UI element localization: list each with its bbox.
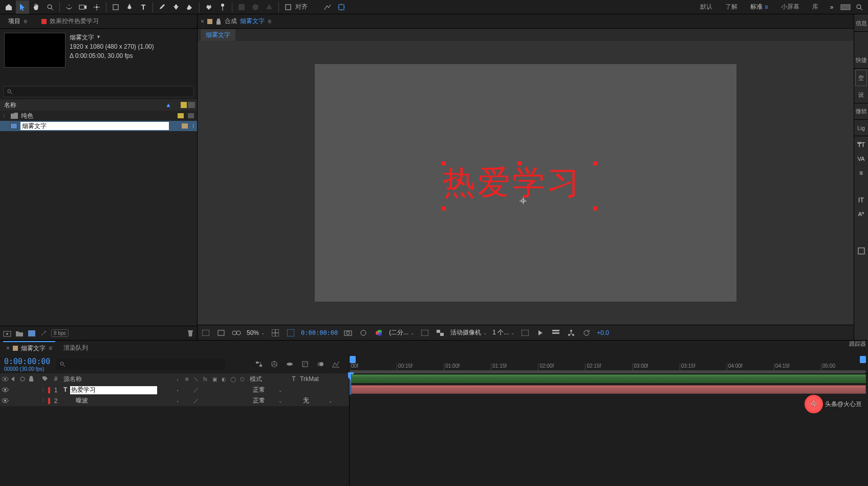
workspace-small[interactable]: 小屏幕: [775, 1, 806, 14]
trkmat-dropdown[interactable]: 无⌄: [300, 395, 336, 406]
char-panel-icon[interactable]: ₸T: [855, 138, 867, 151]
project-search[interactable]: [3, 86, 194, 97]
transparency-grid-icon[interactable]: [435, 328, 445, 338]
pen-tool-icon[interactable]: [123, 1, 136, 14]
blend-mode-dropdown[interactable]: 正常⌄: [250, 395, 286, 406]
flowchart-icon[interactable]: [566, 328, 576, 338]
interpret-footage-icon[interactable]: [3, 330, 11, 337]
more-workspaces-icon[interactable]: »: [825, 1, 838, 14]
fast-previews-icon[interactable]: [535, 328, 546, 338]
zoom-tool-icon[interactable]: [44, 1, 57, 14]
audio-col-icon[interactable]: [10, 375, 18, 383]
work-area-start-handle[interactable]: [350, 356, 356, 363]
trash-icon[interactable]: [187, 329, 194, 337]
trkmat-col[interactable]: TrkMat: [300, 375, 331, 383]
draft3d-toggle-icon[interactable]: [269, 359, 279, 369]
pixel-aspect-icon[interactable]: [520, 328, 530, 338]
mask-mode2-icon[interactable]: [249, 1, 262, 14]
always-preview-icon[interactable]: [201, 328, 211, 338]
timeline-layer-row[interactable]: 〉 1 T ⬩／ 正常⌄: [0, 385, 349, 395]
type-tool-icon[interactable]: T: [137, 1, 150, 14]
search-app-icon[interactable]: [853, 1, 866, 14]
baseline-icon[interactable]: Aª: [855, 208, 867, 220]
selection-tool-icon[interactable]: [16, 1, 29, 14]
quick-panel-tab[interactable]: 快捷: [854, 52, 868, 69]
frame-blend-icon[interactable]: [300, 359, 310, 369]
type-column-icon[interactable]: [188, 102, 195, 108]
close-comp-tab-icon[interactable]: ×: [201, 18, 204, 25]
timeline-current-time[interactable]: 0:00:00:00: [4, 357, 50, 366]
timeline-layer-row[interactable]: 〉 2 噪波 ⬩／ 正常⌄ 无⌄: [0, 395, 349, 406]
eraser-tool-icon[interactable]: [183, 1, 197, 14]
workspace-standard[interactable]: 标准≡: [744, 1, 774, 14]
visibility-toggle[interactable]: [1, 386, 9, 394]
mask-mode-icon[interactable]: [235, 1, 248, 14]
t-col[interactable]: T: [288, 375, 300, 383]
composition-canvas[interactable]: 热爱学习: [315, 64, 736, 302]
breadcrumb-item[interactable]: 烟雾文字: [201, 29, 235, 41]
mask-mode3-icon[interactable]: [263, 1, 276, 14]
camera-dropdown[interactable]: 活动摄像机⌄: [450, 328, 487, 337]
para-panel-icon[interactable]: ≡: [855, 167, 867, 179]
pan-behind-tool-icon[interactable]: [90, 1, 103, 14]
project-settings-icon[interactable]: [40, 330, 47, 337]
goggles-icon[interactable]: [231, 328, 242, 338]
composition-viewer[interactable]: 热爱学习: [198, 41, 854, 325]
tracker-panel-tab[interactable]: 跟踪器: [849, 340, 866, 348]
color-mgmt-icon[interactable]: [374, 328, 384, 338]
new-folder-icon[interactable]: [15, 330, 24, 336]
design-panel-tab[interactable]: 设: [854, 87, 868, 103]
layer-name-input[interactable]: [70, 386, 157, 394]
comp-mini-flowchart-icon[interactable]: [254, 359, 264, 369]
hide-shy-icon[interactable]: [285, 359, 295, 369]
kerning-icon[interactable]: VA: [855, 153, 867, 165]
snapshot-icon[interactable]: [343, 328, 353, 338]
text-layer-preview[interactable]: 热爱学习: [443, 160, 582, 205]
resolution-dropdown[interactable]: (二分...⌄: [389, 328, 415, 337]
ligature-tab[interactable]: Lig: [854, 120, 868, 136]
camera-tool-icon[interactable]: [76, 1, 90, 14]
lock-col-icon[interactable]: [27, 375, 35, 383]
info-panel-tab[interactable]: 信息: [854, 15, 868, 32]
timeline-tab-render[interactable]: 渲染队列: [60, 342, 91, 354]
source-name-col[interactable]: 源名称: [61, 375, 173, 384]
anchor-point-icon[interactable]: [519, 197, 527, 204]
rectangle-tool-icon[interactable]: [109, 1, 122, 14]
mode-col[interactable]: 模式: [247, 375, 288, 384]
snapping2-icon[interactable]: [335, 1, 348, 14]
timeline-tab-comp[interactable]: × 烟雾文字 ≡: [3, 341, 55, 355]
label-column-icon[interactable]: [181, 102, 187, 108]
close-timeline-tab-icon[interactable]: ×: [6, 345, 10, 352]
roi-icon[interactable]: [420, 328, 430, 338]
lock-icon[interactable]: [215, 18, 222, 25]
vertical-text-icon[interactable]: IT: [855, 194, 867, 206]
timeline-track-area[interactable]: 跟踪器 00f 00:15f 01:00f 01:15f 02:00f 02:1…: [350, 355, 868, 486]
snapping-icon[interactable]: [321, 1, 334, 14]
home-icon[interactable]: [2, 1, 15, 14]
puppet-pin-tool-icon[interactable]: [216, 1, 229, 14]
timeline-icon[interactable]: [551, 328, 561, 338]
project-tab[interactable]: 项目 ≡: [4, 15, 31, 28]
project-item-rename-input[interactable]: [20, 122, 169, 130]
effect-controls-tab[interactable]: 效果控件热爱学习: [41, 17, 99, 26]
workspace-library[interactable]: 库: [806, 1, 824, 14]
motion-blur-icon[interactable]: [315, 359, 326, 369]
bit-depth-button[interactable]: 8 bpc: [51, 329, 69, 337]
shape-panel-icon[interactable]: [855, 245, 867, 257]
graph-editor-icon[interactable]: [331, 359, 341, 369]
new-comp-icon[interactable]: [28, 330, 36, 337]
zoom-dropdown[interactable]: 50%⌄: [247, 329, 265, 336]
layer-bar[interactable]: [351, 374, 866, 383]
comp-panel-name[interactable]: 烟雾文字: [240, 17, 265, 26]
project-search-input[interactable]: [16, 88, 190, 95]
timeline-search[interactable]: [56, 358, 225, 370]
index-col[interactable]: #: [50, 375, 61, 383]
roto-brush-tool-icon[interactable]: [202, 1, 215, 14]
visibility-toggle[interactable]: [1, 397, 9, 405]
reset-exposure-icon[interactable]: [581, 328, 592, 338]
draft3d-icon[interactable]: [216, 328, 226, 338]
orbit-tool-icon[interactable]: [62, 1, 76, 14]
composition-thumbnail[interactable]: [4, 33, 66, 68]
mask-toggle-icon[interactable]: [286, 328, 296, 338]
workspace-default[interactable]: 默认: [694, 1, 719, 14]
